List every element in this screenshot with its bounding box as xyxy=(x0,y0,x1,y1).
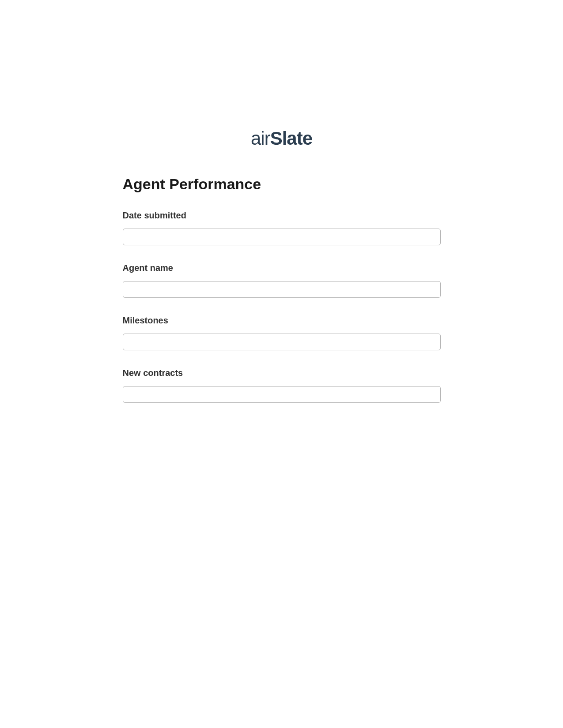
logo: airSlate xyxy=(123,128,441,149)
field-agent-name: Agent name xyxy=(123,263,441,298)
form-container: airSlate Agent Performance Date submitte… xyxy=(123,128,441,403)
input-milestones[interactable] xyxy=(123,334,441,350)
input-date-submitted[interactable] xyxy=(123,229,441,245)
logo-suffix: Slate xyxy=(270,128,312,149)
logo-text: airSlate xyxy=(251,128,312,149)
form-title: Agent Performance xyxy=(123,176,441,193)
input-new-contracts[interactable] xyxy=(123,386,441,403)
label-milestones: Milestones xyxy=(123,315,441,326)
field-milestones: Milestones xyxy=(123,315,441,350)
logo-prefix: air xyxy=(251,128,270,149)
label-date-submitted: Date submitted xyxy=(123,210,441,221)
field-date-submitted: Date submitted xyxy=(123,210,441,245)
label-new-contracts: New contracts xyxy=(123,368,441,378)
field-new-contracts: New contracts xyxy=(123,368,441,403)
label-agent-name: Agent name xyxy=(123,263,441,273)
input-agent-name[interactable] xyxy=(123,281,441,298)
